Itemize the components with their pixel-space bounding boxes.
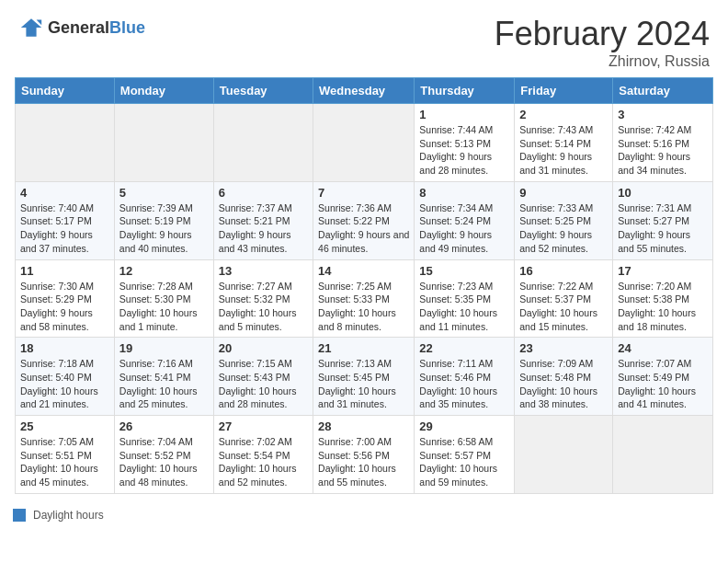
header-friday: Friday (515, 78, 613, 104)
day-number: 9 (519, 186, 608, 200)
header-tuesday: Tuesday (213, 78, 313, 104)
day-info: Sunrise: 7:18 AM Sunset: 5:40 PM Dayligh… (20, 357, 109, 411)
logo-general: General (48, 18, 109, 37)
day-number: 21 (318, 341, 409, 355)
title-block: February 2024 Zhirnov, Russia (495, 15, 710, 70)
calendar-cell: 3Sunrise: 7:42 AM Sunset: 5:16 PM Daylig… (613, 104, 713, 182)
day-info: Sunrise: 7:02 AM Sunset: 5:54 PM Dayligh… (219, 435, 308, 489)
calendar-cell: 28Sunrise: 7:00 AM Sunset: 5:56 PM Dayli… (313, 416, 415, 494)
day-number: 11 (20, 264, 109, 278)
logo-text: GeneralBlue (48, 18, 145, 38)
day-info: Sunrise: 7:44 AM Sunset: 5:13 PM Dayligh… (419, 123, 509, 178)
calendar-cell: 19Sunrise: 7:16 AM Sunset: 5:41 PM Dayli… (114, 338, 213, 416)
day-info: Sunrise: 7:16 AM Sunset: 5:41 PM Dayligh… (119, 357, 209, 411)
day-info: Sunrise: 7:34 AM Sunset: 5:24 PM Dayligh… (419, 201, 509, 256)
logo-blue: Blue (109, 18, 145, 37)
calendar-header-row: Sunday Monday Tuesday Wednesday Thursday… (16, 78, 713, 104)
calendar-cell: 11Sunrise: 7:30 AM Sunset: 5:29 PM Dayli… (16, 259, 115, 338)
day-info: Sunrise: 7:25 AM Sunset: 5:33 PM Dayligh… (318, 280, 409, 334)
day-number: 2 (519, 108, 608, 121)
calendar-cell (213, 104, 313, 182)
page-title: February 2024 (495, 15, 710, 53)
page-location: Zhirnov, Russia (495, 53, 710, 70)
header-monday: Monday (114, 78, 213, 104)
calendar-cell: 21Sunrise: 7:13 AM Sunset: 5:45 PM Dayli… (313, 338, 415, 416)
day-number: 12 (119, 264, 209, 278)
calendar-cell: 1Sunrise: 7:44 AM Sunset: 5:13 PM Daylig… (415, 104, 515, 182)
day-number: 20 (219, 341, 308, 355)
calendar-cell: 14Sunrise: 7:25 AM Sunset: 5:33 PM Dayli… (313, 259, 415, 338)
day-info: Sunrise: 7:22 AM Sunset: 5:37 PM Dayligh… (519, 280, 608, 334)
day-info: Sunrise: 7:30 AM Sunset: 5:29 PM Dayligh… (20, 280, 109, 334)
day-number: 25 (20, 419, 109, 433)
calendar-cell: 7Sunrise: 7:36 AM Sunset: 5:22 PM Daylig… (313, 181, 415, 259)
calendar-cell: 27Sunrise: 7:02 AM Sunset: 5:54 PM Dayli… (213, 416, 313, 494)
day-info: Sunrise: 7:09 AM Sunset: 5:48 PM Dayligh… (519, 357, 608, 411)
day-info: Sunrise: 7:23 AM Sunset: 5:35 PM Dayligh… (419, 280, 509, 334)
day-info: Sunrise: 7:27 AM Sunset: 5:32 PM Dayligh… (219, 280, 308, 334)
day-info: Sunrise: 7:36 AM Sunset: 5:22 PM Dayligh… (318, 201, 409, 256)
calendar-cell (613, 416, 713, 494)
day-info: Sunrise: 7:07 AM Sunset: 5:49 PM Dayligh… (618, 357, 708, 411)
calendar-cell: 26Sunrise: 7:04 AM Sunset: 5:52 PM Dayli… (114, 416, 213, 494)
day-number: 18 (20, 341, 109, 355)
day-number: 5 (119, 186, 209, 200)
day-info: Sunrise: 7:04 AM Sunset: 5:52 PM Dayligh… (119, 435, 209, 489)
calendar-week-row: 1Sunrise: 7:44 AM Sunset: 5:13 PM Daylig… (16, 104, 713, 182)
logo: GeneralBlue (18, 15, 145, 40)
day-number: 13 (219, 264, 308, 278)
calendar-cell: 18Sunrise: 7:18 AM Sunset: 5:40 PM Dayli… (16, 338, 115, 416)
calendar-cell: 12Sunrise: 7:28 AM Sunset: 5:30 PM Dayli… (114, 259, 213, 338)
day-info: Sunrise: 7:43 AM Sunset: 5:14 PM Dayligh… (519, 123, 608, 178)
day-info: Sunrise: 7:13 AM Sunset: 5:45 PM Dayligh… (318, 357, 409, 411)
day-number: 19 (119, 341, 209, 355)
day-info: Sunrise: 7:33 AM Sunset: 5:25 PM Dayligh… (519, 201, 608, 256)
calendar-cell: 25Sunrise: 7:05 AM Sunset: 5:51 PM Dayli… (16, 416, 115, 494)
day-number: 7 (318, 186, 409, 200)
day-number: 8 (419, 186, 509, 200)
calendar-cell (114, 104, 213, 182)
day-number: 28 (318, 419, 409, 433)
calendar-cell: 6Sunrise: 7:37 AM Sunset: 5:21 PM Daylig… (213, 181, 313, 259)
calendar-week-row: 11Sunrise: 7:30 AM Sunset: 5:29 PM Dayli… (16, 259, 713, 338)
day-number: 1 (419, 108, 509, 121)
calendar-cell: 17Sunrise: 7:20 AM Sunset: 5:38 PM Dayli… (613, 259, 713, 338)
header-sunday: Sunday (16, 78, 115, 104)
day-info: Sunrise: 7:20 AM Sunset: 5:38 PM Dayligh… (618, 280, 708, 334)
calendar-cell (313, 104, 415, 182)
legend-color-box (13, 509, 26, 522)
header-wednesday: Wednesday (313, 78, 415, 104)
day-info: Sunrise: 7:40 AM Sunset: 5:17 PM Dayligh… (20, 201, 109, 256)
calendar-cell: 10Sunrise: 7:31 AM Sunset: 5:27 PM Dayli… (613, 181, 713, 259)
calendar-cell: 2Sunrise: 7:43 AM Sunset: 5:14 PM Daylig… (515, 104, 613, 182)
calendar-cell: 13Sunrise: 7:27 AM Sunset: 5:32 PM Dayli… (213, 259, 313, 338)
day-number: 26 (119, 419, 209, 433)
day-info: Sunrise: 7:42 AM Sunset: 5:16 PM Dayligh… (618, 123, 708, 178)
calendar-cell: 5Sunrise: 7:39 AM Sunset: 5:19 PM Daylig… (114, 181, 213, 259)
day-number: 15 (419, 264, 509, 278)
day-info: Sunrise: 7:00 AM Sunset: 5:56 PM Dayligh… (318, 435, 409, 489)
calendar-cell: 15Sunrise: 7:23 AM Sunset: 5:35 PM Dayli… (415, 259, 515, 338)
day-info: Sunrise: 6:58 AM Sunset: 5:57 PM Dayligh… (419, 435, 509, 489)
calendar-cell: 8Sunrise: 7:34 AM Sunset: 5:24 PM Daylig… (415, 181, 515, 259)
calendar-cell: 4Sunrise: 7:40 AM Sunset: 5:17 PM Daylig… (16, 181, 115, 259)
day-info: Sunrise: 7:28 AM Sunset: 5:30 PM Dayligh… (119, 280, 209, 334)
day-number: 29 (419, 419, 509, 433)
day-info: Sunrise: 7:11 AM Sunset: 5:46 PM Dayligh… (419, 357, 509, 411)
calendar-table: Sunday Monday Tuesday Wednesday Thursday… (15, 77, 713, 494)
calendar-cell: 24Sunrise: 7:07 AM Sunset: 5:49 PM Dayli… (613, 338, 713, 416)
calendar-cell: 16Sunrise: 7:22 AM Sunset: 5:37 PM Dayli… (515, 259, 613, 338)
day-info: Sunrise: 7:15 AM Sunset: 5:43 PM Dayligh… (219, 357, 308, 411)
day-info: Sunrise: 7:31 AM Sunset: 5:27 PM Dayligh… (618, 201, 708, 256)
day-number: 23 (519, 341, 608, 355)
page-header: GeneralBlue February 2024 Zhirnov, Russi… (0, 0, 728, 77)
calendar-cell: 23Sunrise: 7:09 AM Sunset: 5:48 PM Dayli… (515, 338, 613, 416)
day-number: 3 (618, 108, 708, 121)
day-info: Sunrise: 7:05 AM Sunset: 5:51 PM Dayligh… (20, 435, 109, 489)
calendar-week-row: 4Sunrise: 7:40 AM Sunset: 5:17 PM Daylig… (16, 181, 713, 259)
logo-icon (18, 15, 44, 40)
calendar-cell: 29Sunrise: 6:58 AM Sunset: 5:57 PM Dayli… (415, 416, 515, 494)
header-thursday: Thursday (415, 78, 515, 104)
day-number: 22 (419, 341, 509, 355)
calendar-week-row: 25Sunrise: 7:05 AM Sunset: 5:51 PM Dayli… (16, 416, 713, 494)
